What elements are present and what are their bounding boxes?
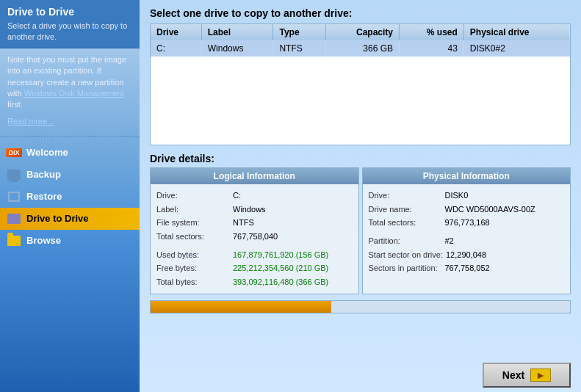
physical-sectors-value: 976,773,168 (445, 216, 490, 230)
next-arrow-icon: ► (530, 369, 551, 382)
sidebar-item-welcome[interactable]: DiX Welcome (0, 142, 140, 164)
physical-name-row: Drive name: WDC WD5000AAVS-00Z (369, 203, 565, 217)
physical-start-row: Start sector on drive: 12,290,048 (369, 248, 565, 262)
logical-drive-row: Drive: C: (156, 189, 353, 203)
physical-drive-value: DISK0 (445, 189, 469, 203)
sidebar-header: Drive to Drive Select a drive you wish t… (0, 0, 140, 48)
logical-sectors-row: Total sectors: 767,758,040 (156, 230, 353, 244)
logical-used-value: 167,879,761,920 (156 GB) (233, 248, 328, 262)
sidebar-title: Drive to Drive (7, 6, 132, 18)
sidebar: Drive to Drive Select a drive you wish t… (0, 0, 140, 392)
dix-icon: DiX (6, 146, 22, 159)
cell-type: NTFS (273, 40, 326, 57)
next-button[interactable]: Next ► (483, 363, 571, 388)
sidebar-item-label-restore: Restore (26, 191, 62, 202)
cell-drive: C: (151, 40, 201, 57)
physical-name-label: Drive name: (369, 203, 442, 217)
drive-icon (6, 212, 22, 225)
physical-partition-label: Partition: (369, 234, 442, 248)
col-drive: Drive (151, 24, 201, 40)
physical-partition-value: #2 (445, 234, 454, 248)
main-header: Select one drive to copy to another driv… (140, 0, 581, 23)
drive-table: Drive Label Type Capacity % used Physica… (151, 24, 570, 145)
physical-sectors-row: Total sectors: 976,773,168 (369, 216, 565, 230)
sidebar-item-backup[interactable]: Backup (0, 164, 140, 186)
sidebar-item-browse[interactable]: Browse (0, 230, 140, 252)
col-physical: Physical drive (463, 24, 570, 40)
drive-table-container: Drive Label Type Capacity % used Physica… (150, 23, 571, 145)
logical-drive-label: Drive: (156, 189, 230, 203)
col-used: % used (400, 24, 464, 40)
cell-label: Windows (201, 40, 273, 57)
table-row[interactable]: C: Windows NTFS 366 GB 43 DISK0#2 (151, 40, 570, 57)
physical-name-value: WDC WD5000AAVS-00Z (445, 203, 535, 217)
sidebar-item-restore[interactable]: Restore (0, 186, 140, 208)
sidebar-divider (0, 136, 140, 137)
table-header-row: Drive Label Type Capacity % used Physica… (151, 24, 570, 40)
physical-sip-value: 767,758,052 (445, 261, 490, 275)
logical-total-row: Total bytes: 393,092,116,480 (366 GB) (156, 275, 353, 289)
logical-info-body: Drive: C: Label: Windows File system: NT… (151, 184, 358, 294)
physical-sip-label: Sectors in partition: (369, 261, 442, 275)
physical-info-header: Physical Information (363, 168, 571, 184)
logical-label-value: Windows (233, 203, 266, 217)
logical-free-value: 225,212,354,560 (210 GB) (233, 261, 328, 275)
sidebar-description: Select a drive you wish to copy to anoth… (7, 21, 132, 43)
physical-info-panel: Physical Information Drive: DISK0 Drive … (362, 167, 571, 294)
logical-total-value: 393,092,116,480 (366 GB) (233, 275, 328, 289)
cell-used: 43 (400, 40, 464, 57)
table-empty-row (151, 57, 570, 145)
progress-bar-fill (151, 301, 331, 313)
physical-sectors-label: Total sectors: (369, 216, 442, 230)
physical-start-label: Start sector on drive: (369, 248, 444, 262)
logical-drive-value: C: (233, 189, 241, 203)
logical-sectors-label: Total sectors: (156, 230, 230, 244)
drive-details-header: Drive details: (140, 145, 581, 167)
sidebar-note: Note that you must put the image into an… (0, 54, 140, 111)
drive-details-container: Logical Information Drive: C: Label: Win… (150, 167, 571, 294)
sidebar-item-label-backup: Backup (26, 169, 61, 180)
physical-info-body: Drive: DISK0 Drive name: WDC WD5000AAVS-… (363, 184, 571, 280)
read-more-link[interactable]: Read more... (7, 117, 132, 126)
logical-fs-row: File system: NTFS (156, 216, 353, 230)
logical-free-row: Free bytes: 225,212,354,560 (210 GB) (156, 261, 353, 275)
physical-drive-label: Drive: (369, 189, 442, 203)
browse-icon (6, 234, 22, 247)
logical-fs-label: File system: (156, 216, 230, 230)
restore-icon (6, 190, 22, 203)
sidebar-item-label-drive-to-drive: Drive to Drive (26, 213, 89, 224)
logical-used-row: Used bytes: 167,879,761,920 (156 GB) (156, 248, 353, 262)
col-capacity: Capacity (326, 24, 400, 40)
sidebar-item-label-browse: Browse (26, 235, 61, 246)
logical-sectors-value: 767,758,040 (233, 230, 278, 244)
sidebar-item-drive-to-drive[interactable]: Drive to Drive (0, 208, 140, 230)
cell-capacity: 366 GB (326, 40, 400, 57)
cell-physical: DISK0#2 (463, 40, 570, 57)
windows-disk-mgmt-link[interactable]: Windows Disk Management (24, 89, 124, 98)
logical-label-row: Label: Windows (156, 203, 353, 217)
logical-total-label: Total bytes: (156, 275, 230, 289)
logical-free-label: Free bytes: (156, 261, 230, 275)
logical-used-label: Used bytes: (156, 248, 230, 262)
progress-bar-container (150, 300, 571, 313)
logical-info-header: Logical Information (151, 168, 358, 184)
physical-drive-row: Drive: DISK0 (369, 189, 565, 203)
main-content: Select one drive to copy to another driv… (140, 0, 581, 392)
backup-icon (6, 168, 22, 181)
next-button-label: Next (502, 369, 524, 381)
logical-label-label: Label: (156, 203, 230, 217)
physical-sip-row: Sectors in partition: 767,758,052 (369, 261, 565, 275)
col-label: Label (201, 24, 273, 40)
physical-partition-row: Partition: #2 (369, 234, 565, 248)
logical-fs-value: NTFS (233, 216, 254, 230)
logical-info-panel: Logical Information Drive: C: Label: Win… (150, 167, 359, 294)
physical-start-value: 12,290,048 (446, 248, 486, 262)
footer: Next ► (140, 358, 581, 392)
sidebar-item-label-welcome: Welcome (26, 147, 68, 158)
col-type: Type (273, 24, 326, 40)
